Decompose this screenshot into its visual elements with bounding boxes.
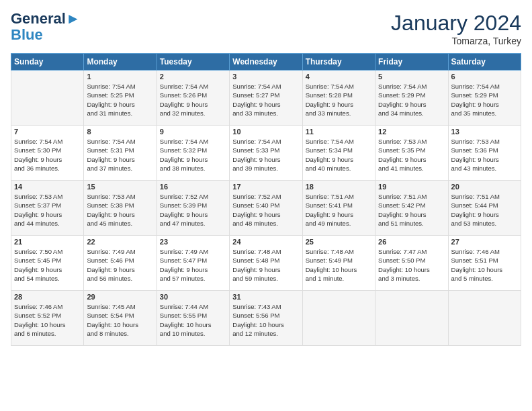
calendar-cell xyxy=(375,291,448,346)
cell-content: Sunrise: 7:54 AM Sunset: 5:30 PM Dayligh… xyxy=(14,137,81,173)
calendar-cell: 31Sunrise: 7:43 AM Sunset: 5:56 PM Dayli… xyxy=(230,291,302,346)
cell-content: Sunrise: 7:54 AM Sunset: 5:28 PM Dayligh… xyxy=(306,82,372,118)
day-of-week-header: Thursday xyxy=(302,54,375,71)
cell-content: Sunrise: 7:48 AM Sunset: 5:49 PM Dayligh… xyxy=(306,247,372,283)
cell-content: Sunrise: 7:49 AM Sunset: 5:47 PM Dayligh… xyxy=(160,247,226,283)
calendar-cell: 8Sunrise: 7:54 AM Sunset: 5:31 PM Daylig… xyxy=(84,126,157,181)
day-number: 7 xyxy=(14,128,81,136)
calendar-cell: 18Sunrise: 7:51 AM Sunset: 5:41 PM Dayli… xyxy=(302,181,375,236)
calendar-cell: 24Sunrise: 7:48 AM Sunset: 5:48 PM Dayli… xyxy=(230,236,302,291)
cell-content: Sunrise: 7:46 AM Sunset: 5:52 PM Dayligh… xyxy=(14,302,81,338)
calendar-cell: 14Sunrise: 7:53 AM Sunset: 5:37 PM Dayli… xyxy=(11,181,84,236)
calendar-cell xyxy=(302,291,375,346)
day-number: 31 xyxy=(232,293,299,301)
cell-content: Sunrise: 7:54 AM Sunset: 5:26 PM Dayligh… xyxy=(160,82,226,118)
title-block: January 2024 Tomarza, Turkey xyxy=(391,11,521,46)
calendar-cell xyxy=(448,291,521,346)
day-number: 8 xyxy=(87,128,153,136)
calendar-cell: 15Sunrise: 7:53 AM Sunset: 5:38 PM Dayli… xyxy=(84,181,157,236)
calendar-cell: 3Sunrise: 7:54 AM Sunset: 5:27 PM Daylig… xyxy=(230,71,302,126)
cell-content: Sunrise: 7:54 AM Sunset: 5:29 PM Dayligh… xyxy=(378,82,445,118)
day-number: 20 xyxy=(451,183,518,191)
calendar-cell: 19Sunrise: 7:51 AM Sunset: 5:42 PM Dayli… xyxy=(375,181,448,236)
day-number: 1 xyxy=(87,73,153,81)
logo: General► Blue xyxy=(11,11,81,43)
cell-content: Sunrise: 7:48 AM Sunset: 5:48 PM Dayligh… xyxy=(232,247,299,283)
calendar-cell: 2Sunrise: 7:54 AM Sunset: 5:26 PM Daylig… xyxy=(157,71,229,126)
day-number: 18 xyxy=(306,183,372,191)
day-number: 25 xyxy=(306,238,372,246)
calendar-table: SundayMondayTuesdayWednesdayThursdayFrid… xyxy=(11,53,521,346)
day-number: 24 xyxy=(232,238,299,246)
day-number: 19 xyxy=(378,183,445,191)
day-number: 2 xyxy=(160,73,226,81)
cell-content: Sunrise: 7:44 AM Sunset: 5:55 PM Dayligh… xyxy=(160,302,226,338)
day-number: 5 xyxy=(378,73,445,81)
day-number: 15 xyxy=(87,183,153,191)
calendar-cell: 4Sunrise: 7:54 AM Sunset: 5:28 PM Daylig… xyxy=(302,71,375,126)
calendar-cell: 30Sunrise: 7:44 AM Sunset: 5:55 PM Dayli… xyxy=(157,291,229,346)
day-number: 9 xyxy=(160,128,226,136)
cell-content: Sunrise: 7:51 AM Sunset: 5:41 PM Dayligh… xyxy=(306,192,372,228)
day-of-week-header: Saturday xyxy=(448,54,521,71)
cell-content: Sunrise: 7:52 AM Sunset: 5:40 PM Dayligh… xyxy=(232,192,299,228)
cell-content: Sunrise: 7:49 AM Sunset: 5:46 PM Dayligh… xyxy=(87,247,153,283)
day-number: 26 xyxy=(378,238,445,246)
day-of-week-header: Tuesday xyxy=(157,54,229,71)
calendar-cell: 10Sunrise: 7:54 AM Sunset: 5:33 PM Dayli… xyxy=(230,126,302,181)
calendar-week-row: 14Sunrise: 7:53 AM Sunset: 5:37 PM Dayli… xyxy=(11,181,521,236)
calendar-cell: 5Sunrise: 7:54 AM Sunset: 5:29 PM Daylig… xyxy=(375,71,448,126)
calendar-header-row: SundayMondayTuesdayWednesdayThursdayFrid… xyxy=(11,54,521,71)
calendar-cell: 9Sunrise: 7:54 AM Sunset: 5:32 PM Daylig… xyxy=(157,126,229,181)
cell-content: Sunrise: 7:54 AM Sunset: 5:34 PM Dayligh… xyxy=(306,137,372,173)
cell-content: Sunrise: 7:54 AM Sunset: 5:32 PM Dayligh… xyxy=(160,137,226,173)
calendar-cell: 16Sunrise: 7:52 AM Sunset: 5:39 PM Dayli… xyxy=(157,181,229,236)
cell-content: Sunrise: 7:53 AM Sunset: 5:36 PM Dayligh… xyxy=(451,137,518,173)
calendar-cell: 12Sunrise: 7:53 AM Sunset: 5:35 PM Dayli… xyxy=(375,126,448,181)
day-number: 30 xyxy=(160,293,226,301)
logo-blue: Blue xyxy=(11,27,81,43)
cell-content: Sunrise: 7:54 AM Sunset: 5:33 PM Dayligh… xyxy=(232,137,299,173)
cell-content: Sunrise: 7:50 AM Sunset: 5:45 PM Dayligh… xyxy=(14,247,81,283)
cell-content: Sunrise: 7:43 AM Sunset: 5:56 PM Dayligh… xyxy=(232,302,299,338)
day-number: 29 xyxy=(87,293,153,301)
day-number: 28 xyxy=(14,293,81,301)
day-number: 23 xyxy=(160,238,226,246)
calendar-cell: 21Sunrise: 7:50 AM Sunset: 5:45 PM Dayli… xyxy=(11,236,84,291)
cell-content: Sunrise: 7:53 AM Sunset: 5:37 PM Dayligh… xyxy=(14,192,81,228)
calendar-cell: 13Sunrise: 7:53 AM Sunset: 5:36 PM Dayli… xyxy=(448,126,521,181)
calendar-cell: 28Sunrise: 7:46 AM Sunset: 5:52 PM Dayli… xyxy=(11,291,84,346)
cell-content: Sunrise: 7:54 AM Sunset: 5:25 PM Dayligh… xyxy=(87,82,153,118)
cell-content: Sunrise: 7:54 AM Sunset: 5:31 PM Dayligh… xyxy=(87,137,153,173)
day-number: 17 xyxy=(232,183,299,191)
header: General► Blue January 2024 Tomarza, Turk… xyxy=(11,11,521,46)
day-of-week-header: Wednesday xyxy=(230,54,302,71)
calendar-cell: 20Sunrise: 7:51 AM Sunset: 5:44 PM Dayli… xyxy=(448,181,521,236)
page-container: General► Blue January 2024 Tomarza, Turk… xyxy=(0,0,532,353)
cell-content: Sunrise: 7:45 AM Sunset: 5:54 PM Dayligh… xyxy=(87,302,153,338)
cell-content: Sunrise: 7:53 AM Sunset: 5:38 PM Dayligh… xyxy=(87,192,153,228)
calendar-cell: 25Sunrise: 7:48 AM Sunset: 5:49 PM Dayli… xyxy=(302,236,375,291)
day-number: 13 xyxy=(451,128,518,136)
day-number: 10 xyxy=(232,128,299,136)
day-number: 12 xyxy=(378,128,445,136)
calendar-cell: 29Sunrise: 7:45 AM Sunset: 5:54 PM Dayli… xyxy=(84,291,157,346)
calendar-cell xyxy=(11,71,84,126)
cell-content: Sunrise: 7:51 AM Sunset: 5:44 PM Dayligh… xyxy=(451,192,518,228)
cell-content: Sunrise: 7:51 AM Sunset: 5:42 PM Dayligh… xyxy=(378,192,445,228)
cell-content: Sunrise: 7:52 AM Sunset: 5:39 PM Dayligh… xyxy=(160,192,226,228)
month-title: January 2024 xyxy=(391,11,521,36)
calendar-cell: 17Sunrise: 7:52 AM Sunset: 5:40 PM Dayli… xyxy=(230,181,302,236)
calendar-cell: 27Sunrise: 7:46 AM Sunset: 5:51 PM Dayli… xyxy=(448,236,521,291)
day-number: 14 xyxy=(14,183,81,191)
day-number: 16 xyxy=(160,183,226,191)
day-number: 21 xyxy=(14,238,81,246)
cell-content: Sunrise: 7:53 AM Sunset: 5:35 PM Dayligh… xyxy=(378,137,445,173)
day-of-week-header: Sunday xyxy=(11,54,84,71)
calendar-week-row: 21Sunrise: 7:50 AM Sunset: 5:45 PM Dayli… xyxy=(11,236,521,291)
cell-content: Sunrise: 7:46 AM Sunset: 5:51 PM Dayligh… xyxy=(451,247,518,283)
calendar-cell: 11Sunrise: 7:54 AM Sunset: 5:34 PM Dayli… xyxy=(302,126,375,181)
calendar-cell: 26Sunrise: 7:47 AM Sunset: 5:50 PM Dayli… xyxy=(375,236,448,291)
day-number: 6 xyxy=(451,73,518,81)
day-of-week-header: Friday xyxy=(375,54,448,71)
